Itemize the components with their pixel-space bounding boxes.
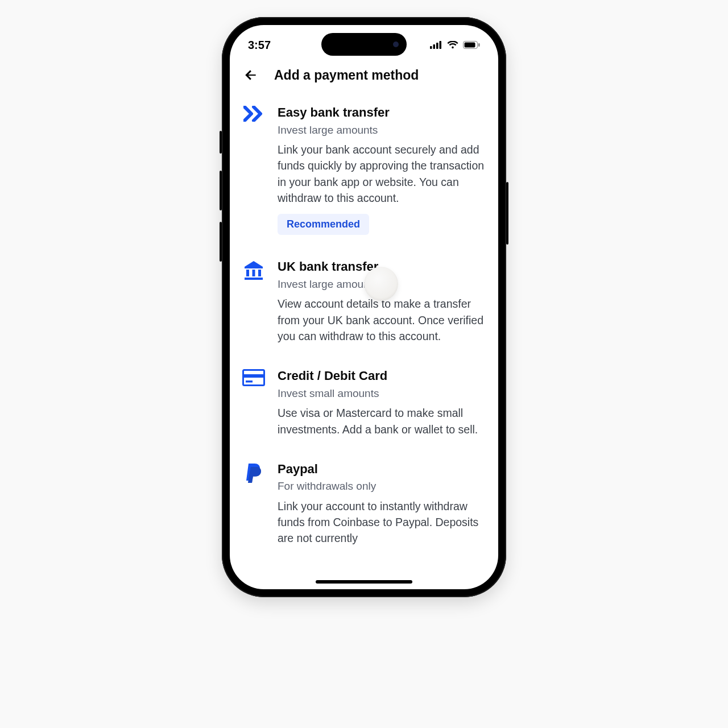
cellular-icon bbox=[430, 41, 442, 49]
svg-rect-8 bbox=[253, 270, 255, 276]
svg-rect-7 bbox=[246, 270, 249, 276]
svg-rect-6 bbox=[478, 43, 480, 47]
back-button[interactable] bbox=[242, 67, 259, 84]
svg-rect-5 bbox=[465, 43, 475, 48]
svg-rect-1 bbox=[433, 44, 436, 49]
svg-rect-12 bbox=[243, 374, 264, 378]
payment-option-easy-bank[interactable]: Easy bank transfer Invest large amounts … bbox=[242, 101, 486, 250]
svg-rect-10 bbox=[245, 278, 263, 280]
payment-method-list: Easy bank transfer Invest large amounts … bbox=[230, 91, 498, 589]
paypal-icon bbox=[244, 462, 263, 484]
option-title: Easy bank transfer bbox=[278, 105, 486, 121]
status-indicators bbox=[430, 41, 480, 49]
option-subtitle: For withdrawals only bbox=[278, 479, 486, 494]
home-indicator[interactable] bbox=[316, 580, 412, 584]
option-title: UK bank transfer bbox=[278, 259, 486, 275]
phone-screen: 3:57 bbox=[230, 25, 498, 589]
option-subtitle: Invest large amounts bbox=[278, 123, 486, 138]
phone-side-button bbox=[220, 222, 222, 262]
svg-rect-13 bbox=[246, 380, 253, 383]
arrow-left-icon bbox=[243, 68, 258, 82]
payment-option-paypal[interactable]: Paypal For withdrawals only Link your ac… bbox=[242, 452, 486, 561]
option-description: View account details to make a transfer … bbox=[278, 296, 486, 344]
svg-rect-2 bbox=[436, 43, 439, 49]
phone-side-button bbox=[506, 182, 508, 245]
svg-rect-3 bbox=[440, 41, 442, 49]
svg-rect-0 bbox=[430, 46, 432, 49]
battery-icon bbox=[463, 41, 480, 49]
card-icon bbox=[242, 369, 265, 386]
svg-rect-9 bbox=[258, 270, 261, 276]
option-title: Paypal bbox=[278, 461, 486, 477]
bank-icon bbox=[243, 260, 264, 280]
option-subtitle: Invest large amounts bbox=[278, 277, 486, 292]
status-time: 3:57 bbox=[248, 39, 271, 52]
page-header: Add a payment method bbox=[230, 59, 498, 91]
option-subtitle: Invest small amounts bbox=[278, 386, 486, 401]
double-chevron-icon bbox=[243, 106, 264, 122]
phone-side-button bbox=[220, 131, 222, 154]
page-title: Add a payment method bbox=[274, 68, 419, 83]
option-description: Use visa or Mastercard to make small inv… bbox=[278, 405, 486, 437]
payment-option-card[interactable]: Credit / Debit Card Invest small amounts… bbox=[242, 359, 486, 452]
phone-side-button bbox=[220, 171, 222, 210]
option-description: Link your bank account securely and add … bbox=[278, 142, 486, 206]
wifi-icon bbox=[447, 41, 458, 49]
payment-option-uk-bank[interactable]: UK bank transfer Invest large amounts Vi… bbox=[242, 250, 486, 359]
option-title: Credit / Debit Card bbox=[278, 368, 486, 384]
dynamic-island bbox=[321, 33, 407, 56]
phone-frame: 3:57 bbox=[222, 17, 506, 597]
option-description: Link your account to instantly withdraw … bbox=[278, 498, 486, 547]
recommended-badge: Recommended bbox=[278, 214, 369, 235]
